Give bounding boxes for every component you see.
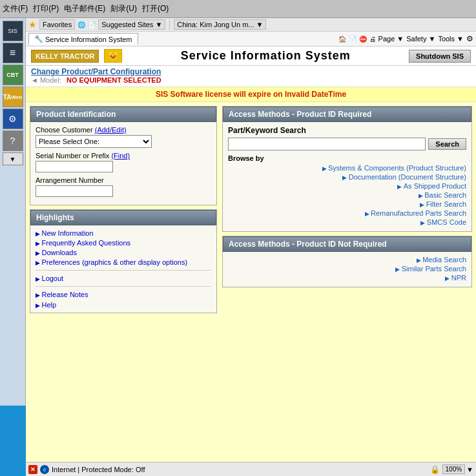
right-link-4[interactable]: SMCS Code <box>228 218 466 226</box>
arrangement-input[interactable] <box>36 185 113 197</box>
highlight-link-2[interactable]: Downloads <box>36 249 211 256</box>
browse-label: Browse by <box>228 154 466 162</box>
right-link-0[interactable]: As Shipped Product <box>228 182 466 190</box>
sidebar-dropdown[interactable]: ▼ <box>3 152 23 165</box>
sis-header: KELLY TRACTOR 🐱 Service Information Syst… <box>26 47 476 66</box>
menu-burn[interactable]: 刻录(U) <box>110 3 137 14</box>
menu-file[interactable]: 文件(F) <box>3 3 28 14</box>
model-value: NO EQUIPMENT SELECTED <box>67 76 161 84</box>
menu-email[interactable]: 电子邮件(E) <box>64 3 105 14</box>
highlight-link-1[interactable]: Frequently Asked Questions <box>36 239 211 247</box>
not-req-link-0[interactable]: Media Search <box>228 256 466 264</box>
add-edit-link[interactable]: (Add/Edit) <box>95 126 127 134</box>
tools-menu-btn[interactable]: Tools ▼ <box>438 35 464 43</box>
sidebar-icon-ta[interactable]: TAWeb <box>3 87 23 107</box>
config-title[interactable]: Change Product/Part Configuration <box>31 67 161 76</box>
status-bar: ✕ e Internet | Protected Mode: Off 🔒 100… <box>26 462 476 476</box>
customer-select[interactable]: Please Select One: <box>36 135 152 148</box>
separator <box>169 19 170 30</box>
not-req-link-1[interactable]: Similar Parts Search <box>228 265 466 273</box>
right-links: As Shipped Product Basic Search Filter S… <box>228 182 466 226</box>
release-notes-link[interactable]: Release Notes <box>36 291 211 298</box>
sis-title: Service Information System <box>181 49 351 63</box>
china-tab-btn[interactable]: China: Kim Jong Un m... ▼ <box>174 19 266 30</box>
ie-icon: e <box>40 465 49 474</box>
browser-tab[interactable]: 🔧 Service Information System <box>28 33 138 45</box>
zoom-dropdown-icon[interactable]: ▼ <box>466 466 473 473</box>
highlights-section: Highlights New Information Frequently As… <box>30 209 217 313</box>
right-link-1[interactable]: Basic Search <box>228 191 466 199</box>
tab-label: Service Information System <box>45 36 132 43</box>
arrangement-label: Arrangement Number <box>36 176 211 184</box>
search-button[interactable]: Search <box>428 138 466 150</box>
help-link[interactable]: Help <box>36 301 211 309</box>
tab-icon: 🔧 <box>34 35 43 43</box>
left-sidebar: SIS ≡ CBT TAWeb ⚙ ? ▼ <box>0 18 26 406</box>
zoom-area: 100% ▼ <box>442 464 473 474</box>
sidebar-icon-cbt[interactable]: CBT <box>3 65 23 85</box>
toolbar-icon-2: 📄 <box>88 21 96 28</box>
favorites-toolbar: ★ Favorites 🌐 📄 Suggested Sites ▼ China:… <box>26 18 476 32</box>
browser-window: ★ Favorites 🌐 📄 Suggested Sites ▼ China:… <box>26 18 476 476</box>
browse-link-1[interactable]: Documentation (Document Structure) <box>228 173 466 181</box>
right-panel: Access Methods - Product ID Required Par… <box>222 106 472 458</box>
shutdown-button[interactable]: Shutdown SIS <box>409 50 471 63</box>
serial-label: Serial Number or Prefix (Find) <box>36 152 211 160</box>
nav-icon-1: 🏠 <box>338 36 346 43</box>
not-req-link-2[interactable]: NPR <box>228 274 466 282</box>
right-link-2[interactable]: Filter Search <box>228 200 466 208</box>
search-row: Search <box>228 138 466 150</box>
favorites-btn[interactable]: Favorites <box>39 19 75 30</box>
serial-input[interactable] <box>36 161 113 172</box>
nav-icon-4: 🖨 <box>369 36 376 43</box>
logout-link[interactable]: Logout <box>36 274 211 282</box>
left-panel: Product Identification Choose Customer (… <box>30 106 217 458</box>
divider2 <box>36 286 211 287</box>
access-required-header: Access Methods - Product ID Required <box>223 107 471 122</box>
nav-icon-3: ⛔ <box>359 36 367 43</box>
error-icon: ✕ <box>28 465 37 474</box>
cat-logo: 🐱 <box>104 49 122 63</box>
customer-field-row: Choose Customer (Add/Edit) Please Select… <box>36 126 211 148</box>
menu-bar: 文件(F) 打印(P) 电子邮件(E) 刻录(U) 打开(O) <box>0 0 476 18</box>
menu-print[interactable]: 打印(P) <box>33 3 59 14</box>
divider <box>36 270 211 271</box>
zoom-button[interactable]: 100% <box>442 464 466 474</box>
customer-label: Choose Customer (Add/Edit) <box>36 126 211 134</box>
main-content: Product Identification Choose Customer (… <box>26 102 476 462</box>
access-not-required-body: Media Search Similar Parts Search NPR <box>223 252 471 287</box>
not-req-links: Media Search Similar Parts Search NPR <box>228 256 466 282</box>
keyword-search-input[interactable] <box>228 138 426 150</box>
product-config-bar: Change Product/Part Configuration ◄ Mode… <box>26 66 476 87</box>
lock-icon: 🔒 <box>430 465 440 474</box>
highlights-header: Highlights <box>30 210 216 225</box>
page-menu-btn[interactable]: Page ▼ <box>378 35 404 43</box>
sidebar-icon-gear[interactable]: ⚙ <box>3 109 23 129</box>
highlight-link-0[interactable]: New Information <box>36 229 211 237</box>
suggested-sites-btn[interactable]: Suggested Sites ▼ <box>98 19 165 30</box>
highlight-link-3[interactable]: Preferences (graphics & other display op… <box>36 258 211 266</box>
browse-link-0[interactable]: Systems & Components (Product Structure) <box>228 164 466 172</box>
logo-area: KELLY TRACTOR 🐱 <box>31 49 122 63</box>
protected-mode-text: Internet | Protected Mode: Off <box>52 466 428 473</box>
tab-bar: 🔧 Service Information System 🏠 📄 ⛔ 🖨 Pag… <box>26 32 476 47</box>
product-id-body: Choose Customer (Add/Edit) Please Select… <box>30 122 216 205</box>
tools-icon: ⚙ <box>466 34 473 43</box>
safety-menu-btn[interactable]: Safety ▼ <box>406 35 435 43</box>
pk-search-label: Part/Keyword Search <box>228 126 466 135</box>
sidebar-icon-nav[interactable]: ≡ <box>3 43 23 63</box>
model-line: ◄ Model: NO EQUIPMENT SELECTED <box>31 76 471 84</box>
highlights-body: New Information Frequently Asked Questio… <box>30 225 216 313</box>
right-link-3[interactable]: Remanufactured Parts Search <box>228 209 466 217</box>
favorites-star: ★ <box>28 19 37 30</box>
kelly-logo: KELLY TRACTOR <box>31 50 99 63</box>
nav-icon-2: 📄 <box>349 36 357 43</box>
access-not-required-section: Access Methods - Product ID Not Required… <box>222 236 472 287</box>
serial-field-row: Serial Number or Prefix (Find) <box>36 152 211 172</box>
product-id-header: Product Identification <box>30 107 216 122</box>
model-arrow: ◄ Model: <box>31 76 61 84</box>
sidebar-icon-sis[interactable]: SIS <box>3 21 23 41</box>
sidebar-icon-help[interactable]: ? <box>3 130 23 151</box>
find-link[interactable]: (Find) <box>111 152 130 160</box>
menu-open[interactable]: 打开(O) <box>142 3 169 14</box>
